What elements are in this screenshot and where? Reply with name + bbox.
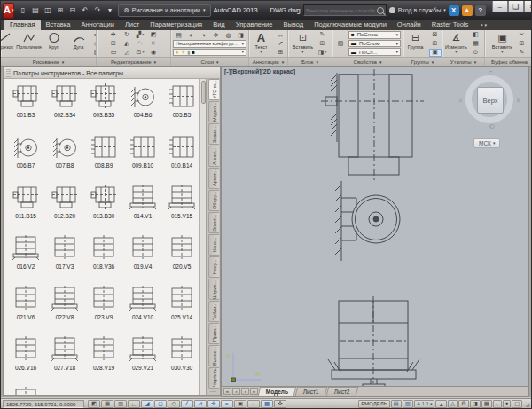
object-snap-3d-toggle[interactable]: ◇ [168,400,180,408]
palette-item[interactable]: 015.V15 [162,184,200,234]
drawing-canvas[interactable]: [-][Верхний][2D каркас] С В Ю З Верх МСК… [221,67,529,397]
compass-east-label[interactable]: В [517,97,520,103]
group-edit-button[interactable]: ⊞ [429,40,442,48]
workspace-dropdown[interactable]: ⚙ Рисование и аннотации ▾ [118,4,210,17]
palette-tab-0[interactable]: УГО м... [208,79,219,100]
palette-tab-5[interactable]: Обору... [208,190,219,211]
palette-titlebar[interactable]: Палитры инструментов - Все палитры [4,67,220,79]
quick-view-layouts-button[interactable]: ▤ [391,400,402,408]
dynamic-input-toggle[interactable]: ✛ [207,400,220,408]
stretch-button[interactable]: ▭ [107,49,120,57]
plot-icon[interactable]: ⊟ [66,4,78,17]
save-icon[interactable]: ◫ [42,4,53,17]
palette-item[interactable]: 027.V18 [45,335,84,386]
palette-item[interactable]: 019.V4 [123,234,162,285]
quick-calc-button[interactable]: ▦ [470,40,482,48]
block-panel-footer[interactable]: Блок▾ [288,57,332,66]
workspace-switching-button[interactable]: ⚙ [458,400,469,408]
hardware-accel-button[interactable]: ▦ [481,400,492,408]
layer-properties-button[interactable]: ▤ [173,31,184,39]
saveas-icon[interactable]: ⊞ [54,4,66,17]
search-input[interactable] [306,8,375,13]
leader-button[interactable]: ↗ [275,40,287,48]
palette-tab-11[interactable]: Прим... [208,323,219,344]
layout-tab-2[interactable]: Лист2 [326,387,358,396]
palette-item[interactable] [6,386,45,395]
palette-scrollbar[interactable] [200,79,206,395]
ribbon-state-button[interactable]: ▪▾ [477,20,490,30]
cut-button[interactable]: ✂ [516,31,528,39]
palette-tab-6[interactable]: Элект... [208,212,219,233]
signin-button[interactable]: Вход в службы ▾ [389,7,446,13]
undo-icon[interactable]: ↶ [79,4,90,17]
ribbon-tab-0[interactable]: Главная [4,20,41,30]
model-paper-toggle[interactable]: РМОДЕЛЬ [358,400,389,408]
palette-item[interactable]: 024.V10 [123,285,162,335]
snap-toggle[interactable]: ▦ [101,400,113,408]
annotation-panel-footer[interactable]: Аннотации▾ [249,57,287,66]
open-icon[interactable]: ▤ [29,4,41,17]
quick-view-drawings-button[interactable]: ▥ [403,400,413,408]
grid-toggle[interactable]: ▥ [114,400,127,408]
line-button[interactable]: Отрезок [1,31,16,56]
ellipse-button[interactable]: ◎▾ [92,40,97,48]
match-props-button[interactable]: ✎ [516,49,528,57]
palette-tab-1[interactable]: Модел... [208,101,219,122]
annotation-monitor-toggle[interactable]: ✜ [274,400,286,408]
ribbon-tab-10[interactable]: Raster Tools [426,20,474,30]
ribbon-tab-9[interactable]: Онлайн [392,20,426,30]
palette-tab-8[interactable]: Несу... [208,256,219,278]
annotation-visibility-button[interactable]: ▲ [435,400,446,408]
rectangle-button[interactable]: ▭▾ [92,31,97,39]
ribbon-tab-7[interactable]: Вывод [278,20,309,30]
layer-lock-button[interactable]: ◍ [223,31,234,39]
group-button[interactable]: ⊟Группа [404,31,427,56]
viewcube[interactable]: С В Ю З Верх МСК ▾ [458,71,525,154]
layer-freeze-button[interactable]: ❄ [210,31,222,39]
layout-tab-0[interactable]: Модель [258,387,297,396]
palette-item[interactable]: 011.B15 [6,184,45,234]
groups-panel-footer[interactable]: Группы▾ [403,57,442,66]
ribbon-tab-4[interactable]: Параметризация [145,20,207,30]
palette-item[interactable]: 030.V30 [162,335,200,386]
copy-clipboard-button[interactable]: ⊞ [516,40,528,48]
transparency-toggle[interactable]: ▣ [234,400,246,408]
ribbon-tab-6[interactable]: Управление [231,20,278,30]
utilities-panel-footer[interactable]: Утилиты▾ [442,57,484,66]
viewcube-top-face[interactable]: Верх [477,87,504,114]
layout-tab-1[interactable]: Лист1 [295,387,327,396]
next-tab-icon[interactable]: › [241,388,249,395]
properties-panel-footer[interactable]: Свойства▾ [332,57,403,66]
redo-icon[interactable]: ↷ [91,4,103,17]
palette-item[interactable]: 028.V19 [84,335,123,386]
status-menu-caret[interactable]: ▾ [503,400,511,408]
modify-panel-footer[interactable]: Редактирование▾ [97,57,170,66]
object-color-dropdown[interactable]: ■ПоСлою▾ [348,31,401,39]
qat-customize-icon[interactable]: ▾ [104,4,115,17]
insert-block-button[interactable]: ⊡Вставить▾ [292,31,315,56]
text-button[interactable]: АТекст▾ [250,31,273,56]
attributes-button[interactable]: ◨▾ [317,49,329,57]
prev-tab-icon[interactable]: ‹ [232,388,240,395]
palette-tab-12[interactable]: Вынос... [208,345,219,366]
first-tab-icon[interactable]: « [223,388,231,395]
palette-item[interactable]: 013.B30 [84,184,123,234]
palette-item[interactable]: 018.V36 [84,234,123,285]
palette-item[interactable]: 008.B9 [84,133,123,184]
table-button[interactable]: ⊞ [275,49,287,57]
lineweight-toggle[interactable]: ≡ [221,400,233,408]
annotation-scale-button[interactable]: А 1:1▾ [414,400,435,408]
palette-item[interactable]: 001.B3 [6,83,45,133]
offset-button[interactable]: ◉ [147,49,160,57]
explode-button[interactable]: ✳ [147,40,160,48]
palette-item[interactable]: 014.V1 [123,184,162,234]
minimize-button[interactable]: – [492,1,508,12]
palette-item[interactable]: 016.V2 [6,234,45,285]
arc-button[interactable]: Дуга [67,31,90,56]
compass-south-label[interactable]: Ю [489,123,495,130]
ribbon-tab-8[interactable]: Подключаемые модули [309,20,392,30]
palette-item[interactable]: 007.B8 [45,133,84,184]
palette-item[interactable]: 002.B34 [45,83,84,133]
move-button[interactable]: ✜ [107,31,120,39]
compass-west-label[interactable]: З [458,97,462,103]
